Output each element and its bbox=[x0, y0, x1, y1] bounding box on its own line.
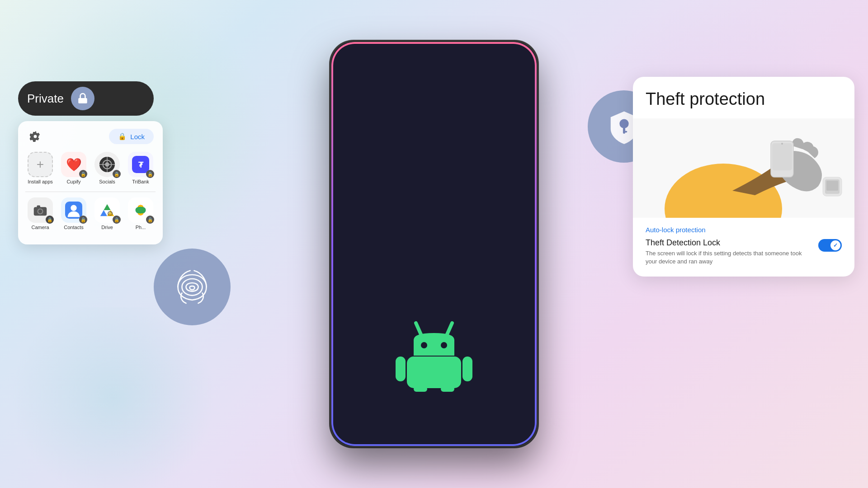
svg-rect-0 bbox=[78, 98, 87, 103]
gear-button[interactable] bbox=[27, 128, 43, 145]
theft-protection-panel: Theft protection bbox=[633, 77, 854, 277]
app-icon-install: + bbox=[28, 152, 53, 177]
svg-rect-47 bbox=[826, 181, 838, 191]
app-item-photos[interactable]: 🔒 Ph... bbox=[126, 196, 156, 232]
app-icon-photos: 🔒 bbox=[128, 197, 153, 223]
phone-device: 12:30 bbox=[330, 41, 538, 447]
svg-rect-35 bbox=[396, 357, 406, 381]
theft-title: Theft protection bbox=[646, 89, 842, 109]
signal-icon bbox=[505, 53, 513, 59]
apps-panel: 🔒 Lock + Install apps ❤️ 🔒 Cupify bbox=[18, 121, 163, 244]
svg-point-44 bbox=[781, 143, 783, 145]
apps-grid-row2: 🔒 Camera 🔒 Contacts bbox=[25, 196, 156, 232]
app-name-photos: Ph... bbox=[136, 225, 146, 230]
private-label: Private bbox=[27, 92, 64, 106]
svg-rect-36 bbox=[462, 357, 472, 381]
svg-rect-34 bbox=[407, 357, 461, 388]
app-icon-contacts: 🔒 bbox=[61, 197, 86, 223]
svg-rect-21 bbox=[623, 127, 625, 134]
status-icons bbox=[496, 53, 524, 59]
app-name-install: Install apps bbox=[28, 179, 53, 184]
theft-illustration-area bbox=[633, 118, 854, 218]
svg-rect-37 bbox=[414, 386, 427, 392]
phone-date: 15 bbox=[331, 65, 537, 137]
svg-rect-22 bbox=[624, 131, 627, 132]
private-lock-icon bbox=[71, 87, 94, 110]
phone-camera-hole bbox=[426, 53, 432, 59]
svg-point-20 bbox=[619, 119, 628, 128]
fingerprint-circle bbox=[154, 249, 231, 325]
phone-screen: 12:30 bbox=[330, 41, 538, 447]
svg-rect-23 bbox=[505, 57, 507, 59]
toggle-knob: ✓ bbox=[830, 240, 840, 250]
lock-btn-label: Lock bbox=[130, 133, 145, 141]
app-item-contacts[interactable]: 🔒 Contacts bbox=[59, 196, 89, 232]
svg-line-30 bbox=[416, 323, 421, 335]
theft-footer: Auto-lock protection Theft Detection Loc… bbox=[633, 218, 854, 277]
svg-rect-12 bbox=[37, 206, 40, 208]
theft-header: Theft protection bbox=[633, 77, 854, 118]
svg-point-32 bbox=[421, 342, 427, 348]
svg-rect-38 bbox=[441, 386, 454, 392]
toggle-check-icon: ✓ bbox=[833, 242, 838, 249]
svg-text:₮: ₮ bbox=[138, 161, 144, 169]
theft-detection-row: Theft Detection Lock The screen will loc… bbox=[646, 238, 842, 266]
theft-detection-desc: The screen will lock if this setting det… bbox=[646, 249, 813, 266]
svg-point-33 bbox=[441, 342, 447, 348]
lock-btn-icon: 🔒 bbox=[118, 132, 127, 141]
battery-icon bbox=[514, 53, 524, 59]
apps-divider bbox=[25, 192, 156, 192]
svg-point-11 bbox=[38, 210, 42, 214]
svg-text:🔒: 🔒 bbox=[108, 211, 113, 216]
app-icon-camera: 🔒 bbox=[28, 197, 53, 223]
app-name-cupify: Cupify bbox=[66, 179, 80, 184]
app-icon-tribank: ₮ 🔒 bbox=[128, 152, 153, 177]
android-mascot bbox=[389, 319, 479, 392]
svg-rect-26 bbox=[511, 53, 512, 59]
wifi-icon bbox=[496, 53, 504, 59]
private-space-panel: Private 🔒 Lock + bbox=[18, 81, 240, 244]
apps-grid-row1: + Install apps ❤️ 🔒 Cupify bbox=[25, 150, 156, 186]
svg-rect-25 bbox=[509, 54, 510, 59]
svg-line-31 bbox=[447, 323, 452, 335]
app-name-camera: Camera bbox=[31, 225, 49, 230]
app-icon-cupify: ❤️ 🔒 bbox=[61, 152, 86, 177]
app-icon-socials: 🔒 bbox=[94, 152, 120, 177]
app-name-tribank: TriBank bbox=[132, 179, 149, 184]
app-item-install[interactable]: + Install apps bbox=[25, 150, 55, 186]
background-blob-bottom-left bbox=[0, 307, 226, 488]
svg-rect-28 bbox=[522, 55, 524, 57]
svg-point-14 bbox=[71, 205, 76, 211]
app-item-cupify[interactable]: ❤️ 🔒 Cupify bbox=[59, 150, 89, 186]
theft-detection-title: Theft Detection Lock bbox=[646, 238, 813, 248]
phone-time: 12:30 bbox=[344, 52, 362, 60]
panel-toolbar: 🔒 Lock bbox=[25, 128, 156, 145]
android-svg bbox=[389, 319, 479, 392]
theft-text-block: Theft Detection Lock The screen will loc… bbox=[646, 238, 813, 266]
svg-rect-24 bbox=[507, 56, 509, 59]
app-item-camera[interactable]: 🔒 Camera bbox=[25, 196, 55, 232]
app-item-socials[interactable]: 🔒 Socials bbox=[92, 150, 122, 186]
app-name-socials: Socials bbox=[99, 179, 115, 184]
app-name-drive: Drive bbox=[101, 225, 113, 230]
svg-rect-43 bbox=[772, 143, 792, 170]
lock-button[interactable]: 🔒 Lock bbox=[109, 129, 154, 144]
private-badge[interactable]: Private bbox=[18, 81, 154, 116]
theft-detection-toggle[interactable]: ✓ bbox=[818, 239, 842, 252]
svg-rect-29 bbox=[514, 55, 521, 58]
app-icon-drive: 🔒 🔒 bbox=[94, 197, 120, 223]
app-item-tribank[interactable]: ₮ 🔒 TriBank bbox=[126, 150, 156, 186]
app-item-drive[interactable]: 🔒 🔒 Drive bbox=[92, 196, 122, 232]
app-name-contacts: Contacts bbox=[64, 225, 83, 230]
theft-illustration-svg bbox=[633, 118, 854, 218]
auto-lock-label: Auto-lock protection bbox=[646, 226, 842, 234]
